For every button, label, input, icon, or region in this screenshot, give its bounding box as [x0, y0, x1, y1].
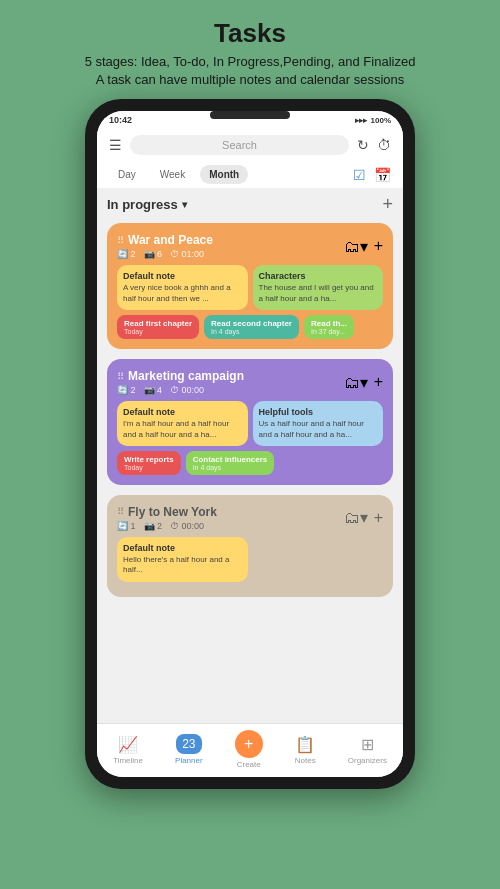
dropdown-arrow: ▾ — [182, 199, 187, 210]
task-title-2: Marketing campaign — [128, 369, 244, 383]
timeline-label: Timeline — [113, 756, 143, 765]
task-menu-icon-2[interactable]: 🗂▾ — [344, 373, 368, 392]
task-meta-2: 🔄 2 📷 4 ⏱ 00:00 — [117, 385, 244, 395]
add-task-button[interactable]: + — [382, 194, 393, 215]
task-actions-3: 🗂▾ + — [344, 508, 383, 527]
section-header: In progress ▾ + — [107, 194, 393, 215]
task-card-header-3: ⠿ Fly to New York 🔄 1 📷 2 ⏱ 00:00 🗂▾ + — [117, 505, 383, 531]
organizers-icon: ⊞ — [361, 735, 374, 754]
status-signal: ▸▸▸ — [355, 116, 367, 125]
task-meta-1: 🔄 2 📷 6 ⏱ 01:00 — [117, 249, 213, 259]
timer-icon[interactable]: ⏱ — [377, 137, 391, 153]
tab-week[interactable]: Week — [151, 165, 194, 184]
timeline-icon: 📈 — [118, 735, 138, 754]
notes-grid-1: Default note A very nice book a ghhh and… — [117, 265, 383, 310]
planner-icon: 23 — [176, 734, 201, 754]
tab-bar: Day Week Month ☑ 📅 — [97, 161, 403, 188]
session-pill-1-1[interactable]: Read first chapter Today — [117, 315, 199, 339]
tab-day[interactable]: Day — [109, 165, 145, 184]
phone-frame: 10:42 ▸▸▸ 100% ☰ Search ↻ ⏱ Day Week Mo — [85, 99, 415, 789]
session-pill-2-1[interactable]: Write reports Today — [117, 451, 181, 475]
section-title[interactable]: In progress ▾ — [107, 197, 187, 212]
note-card-3-1[interactable]: Default note Hello there's a half hour a… — [117, 537, 248, 582]
main-content: In progress ▾ + ⠿ War and Peace 🔄 2 — [97, 188, 403, 723]
create-icon: + — [235, 730, 263, 758]
tab-month[interactable]: Month — [200, 165, 248, 184]
drag-icon-3: ⠿ — [117, 506, 124, 517]
task-meta-3: 🔄 1 📷 2 ⏱ 00:00 — [117, 521, 217, 531]
create-label: Create — [237, 760, 261, 769]
top-bar: ☰ Search ↻ ⏱ — [97, 129, 403, 161]
drag-icon-1: ⠿ — [117, 235, 124, 246]
note-card-2-2[interactable]: Helpful tools Us a half hour and a half … — [253, 401, 384, 446]
note-card-1-1[interactable]: Default note A very nice book a ghhh and… — [117, 265, 248, 310]
task-title-area-3: ⠿ Fly to New York 🔄 1 📷 2 ⏱ 00:00 — [117, 505, 217, 531]
task-actions-2: 🗂▾ + — [344, 373, 383, 392]
task-card-fly-ny: ⠿ Fly to New York 🔄 1 📷 2 ⏱ 00:00 🗂▾ + — [107, 495, 393, 597]
calendar-view-icon[interactable]: 📅 — [374, 167, 391, 183]
task-add-icon-1[interactable]: + — [374, 237, 383, 255]
organizers-label: Organizers — [348, 756, 387, 765]
note-card-2-1[interactable]: Default note I'm a half hour and a half … — [117, 401, 248, 446]
refresh-icon[interactable]: ↻ — [357, 137, 369, 153]
note-card-1-2[interactable]: Characters The house and I will get you … — [253, 265, 384, 310]
nav-item-organizers[interactable]: ⊞ Organizers — [348, 735, 387, 765]
sessions-row-1: Read first chapter Today Read second cha… — [117, 315, 383, 339]
task-menu-icon-3[interactable]: 🗂▾ — [344, 508, 368, 527]
status-time: 10:42 — [109, 115, 132, 125]
check-calendar-icon[interactable]: ☑ — [353, 167, 366, 183]
task-card-marketing: ⠿ Marketing campaign 🔄 2 📷 4 ⏱ 00:00 🗂▾ … — [107, 359, 393, 485]
task-add-icon-3[interactable]: + — [374, 509, 383, 527]
status-right: ▸▸▸ 100% — [355, 116, 391, 125]
session-pill-1-2[interactable]: Read second chapter In 4 days — [204, 315, 299, 339]
nav-item-notes[interactable]: 📋 Notes — [295, 735, 316, 765]
task-title-area-1: ⠿ War and Peace 🔄 2 📷 6 ⏱ 01:00 — [117, 233, 213, 259]
page-header: Tasks 5 stages: Idea, To-do, In Progress… — [65, 0, 436, 99]
planner-label: Planner — [175, 756, 203, 765]
drag-icon-2: ⠿ — [117, 371, 124, 382]
task-add-icon-2[interactable]: + — [374, 373, 383, 391]
notes-grid-2: Default note I'm a half hour and a half … — [117, 401, 383, 446]
page-subtitle: 5 stages: Idea, To-do, In Progress,Pendi… — [85, 53, 416, 89]
session-pill-2-2[interactable]: Contact influencers In 4 days — [186, 451, 275, 475]
task-title-1: War and Peace — [128, 233, 213, 247]
phone-screen: 10:42 ▸▸▸ 100% ☰ Search ↻ ⏱ Day Week Mo — [97, 111, 403, 777]
nav-item-create[interactable]: + Create — [235, 730, 263, 769]
task-title-3: Fly to New York — [128, 505, 217, 519]
tab-icons: ☑ 📅 — [353, 167, 391, 183]
page-title: Tasks — [85, 18, 416, 49]
task-card-header-2: ⠿ Marketing campaign 🔄 2 📷 4 ⏱ 00:00 🗂▾ … — [117, 369, 383, 395]
task-card-war-peace: ⠿ War and Peace 🔄 2 📷 6 ⏱ 01:00 🗂▾ + — [107, 223, 393, 349]
menu-icon[interactable]: ☰ — [109, 137, 122, 153]
task-card-header-1: ⠿ War and Peace 🔄 2 📷 6 ⏱ 01:00 🗂▾ + — [117, 233, 383, 259]
notes-grid-3: Default note Hello there's a half hour a… — [117, 537, 383, 582]
nav-item-timeline[interactable]: 📈 Timeline — [113, 735, 143, 765]
nav-item-planner[interactable]: 23 Planner — [175, 734, 203, 765]
sessions-row-2: Write reports Today Contact influencers … — [117, 451, 383, 475]
search-box[interactable]: Search — [130, 135, 349, 155]
session-pill-1-3[interactable]: Read th... In 37 day... — [304, 315, 354, 339]
task-actions-1: 🗂▾ + — [344, 237, 383, 256]
bottom-nav: 📈 Timeline 23 Planner + Create 📋 Notes ⊞… — [97, 723, 403, 777]
task-title-area-2: ⠿ Marketing campaign 🔄 2 📷 4 ⏱ 00:00 — [117, 369, 244, 395]
phone-notch — [210, 111, 290, 119]
task-menu-icon-1[interactable]: 🗂▾ — [344, 237, 368, 256]
notes-label: Notes — [295, 756, 316, 765]
notes-icon: 📋 — [295, 735, 315, 754]
status-battery: 100% — [371, 116, 391, 125]
